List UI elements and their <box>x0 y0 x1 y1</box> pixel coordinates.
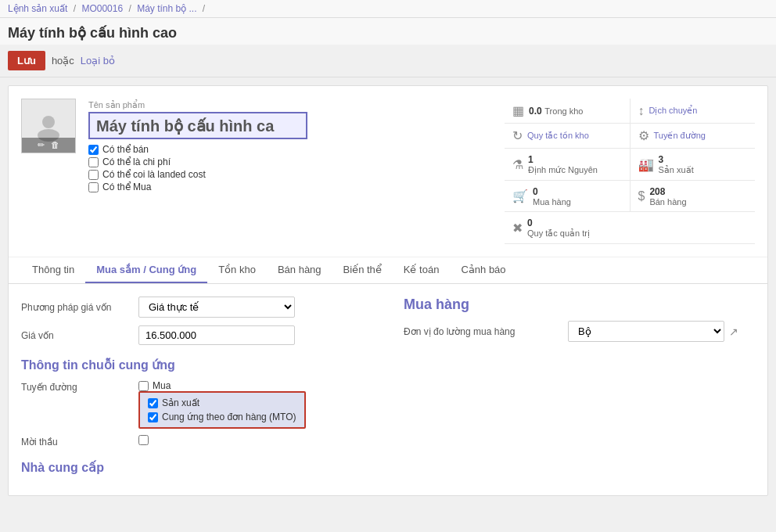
checkbox-mua-label: Mua <box>153 380 171 391</box>
breadcrumb-link-1[interactable]: Lệnh sản xuất <box>8 3 67 14</box>
image-overlay: ✏ 🗑 <box>22 138 75 153</box>
moi-thau-label: Mời thầu <box>21 435 131 448</box>
tuyen-duong-label: Tuyến đường <box>21 380 131 393</box>
tab-ton-kho[interactable]: Tồn kho <box>207 257 267 283</box>
nha-cung-cap-title: Nhà cung cấp <box>21 460 372 475</box>
stat-quy-tac-quan-tri[interactable]: ✖ 0 Quy tắc quản trị <box>505 212 755 243</box>
gia-von-so-row: Giá vốn <box>21 325 372 345</box>
action-bar: Lưu hoặc Loại bỏ <box>0 45 776 77</box>
checkbox-cung-ung-mto-input[interactable] <box>148 412 158 422</box>
moi-thau-input[interactable] <box>138 435 149 445</box>
external-link-icon[interactable]: ↗ <box>729 325 738 338</box>
checkbox-co-the-ban-label: Có thể bán <box>102 144 149 155</box>
ban-hang-label: Bán hàng <box>649 197 686 207</box>
checkbox-co-the-mua[interactable]: Có thể Mua <box>88 182 492 192</box>
save-button[interactable]: Lưu <box>8 51 45 70</box>
tuyen-duong-row: Tuyến đường Mua Sản xuất <box>21 380 372 429</box>
main-content: ✏ 🗑 Tên sản phẩm Có thể bán Có thể là ch… <box>8 85 768 496</box>
tabs: Thông tin Mua sắm / Cung ứng Tồn kho Bán… <box>9 257 767 284</box>
tab-content: Phương pháp giá vốn Giá thực tế Chi phí … <box>9 284 767 495</box>
stat-dinh-muc[interactable]: ⚗ 1 Định mức Nguyên <box>505 149 630 180</box>
checkbox-cung-ung-mto-label: Cung ứng theo đơn hàng (MTO) <box>162 412 296 422</box>
checkbox-co-the-chi-phi[interactable]: Có thể là chi phí <box>88 156 492 167</box>
trong-kho-label: Trong kho <box>544 106 583 116</box>
form-section: Phương pháp giá vốn Giá thực tế Chi phí … <box>21 297 755 483</box>
checkbox-landed-cost-input[interactable] <box>88 170 99 180</box>
product-image-placeholder <box>33 110 64 142</box>
stats-panel: ▦ 0.0 Trong kho ↕ Dịch chuyển ↻ Quy tắc … <box>505 99 755 244</box>
tuyen-duong-checkboxes: Mua Sản xuất Cung ứng theo đơn hàng (MTO… <box>138 380 306 429</box>
checkbox-co-the-ban-input[interactable] <box>88 145 99 155</box>
mua-hang-stat-label: Mua hàng <box>533 197 571 207</box>
svg-point-0 <box>42 116 55 128</box>
san-xuat-label: Sản xuất <box>659 165 694 175</box>
stats-row-3: ⚗ 1 Định mức Nguyên 🏭 3 Sản xuất <box>505 149 755 181</box>
checkbox-co-the-mua-label: Có thể Mua <box>102 182 151 192</box>
stats-row-4: 🛒 0 Mua hàng $ 208 Bán hàng <box>505 181 755 212</box>
gia-von-select[interactable]: Giá thực tế Chi phí trung bình FIFO <box>138 297 295 318</box>
stat-mua-hang[interactable]: 🛒 0 Mua hàng <box>505 181 630 211</box>
ban-hang-value: 208 <box>649 186 665 197</box>
product-name-input[interactable] <box>88 112 307 139</box>
checkbox-mua[interactable]: Mua <box>138 380 306 391</box>
stats-row-5: ✖ 0 Quy tắc quản trị <box>505 212 755 244</box>
stats-row-2: ↻ Quy tắc tồn kho ⚙ Tuyến đường <box>505 124 755 149</box>
checkbox-landed-cost-label: Có thể coi là landed cost <box>102 169 206 180</box>
highlighted-checkboxes: Sản xuất Cung ứng theo đơn hàng (MTO) <box>138 391 306 429</box>
quy-tac-ton-kho-label[interactable]: Quy tắc tồn kho <box>527 131 589 141</box>
gia-von-so-input[interactable] <box>138 325 295 345</box>
breadcrumb-link-3[interactable]: Máy tính bộ ... <box>137 3 196 14</box>
dinh-muc-value: 1 <box>528 154 534 165</box>
product-image: ✏ 🗑 <box>21 99 76 153</box>
stat-ban-hang[interactable]: $ 208 Bán hàng <box>630 181 756 211</box>
tab-bien-the[interactable]: Biến thể <box>332 257 393 283</box>
checkbox-co-the-chi-phi-input[interactable] <box>88 157 99 167</box>
dinh-muc-icon: ⚗ <box>512 157 523 172</box>
delete-image-icon[interactable]: 🗑 <box>51 140 59 150</box>
checkbox-cung-ung-mto[interactable]: Cung ứng theo đơn hàng (MTO) <box>148 412 296 422</box>
don-vi-label: Đơn vị đo lường mua hàng <box>404 326 560 337</box>
gia-von-row: Phương pháp giá vốn Giá thực tế Chi phí … <box>21 297 372 318</box>
stat-trong-kho[interactable]: ▦ 0.0 Trong kho <box>505 99 630 123</box>
checkbox-co-the-chi-phi-label: Có thể là chi phí <box>102 156 171 167</box>
quy-tac-quan-tri-value: 0 <box>527 217 533 228</box>
don-vi-select-wrap: Bộ Cái Chiếc ↗ <box>568 321 738 342</box>
tab-ban-hang[interactable]: Bán hàng <box>267 257 332 283</box>
checkbox-landed-cost[interactable]: Có thể coi là landed cost <box>88 169 492 180</box>
dich-chuyen-label[interactable]: Dịch chuyển <box>649 106 698 116</box>
discard-button[interactable]: Loại bỏ <box>81 55 115 66</box>
quy-tac-quan-tri-label: Quy tắc quản trị <box>527 228 590 239</box>
stat-tuyen-duong[interactable]: ⚙ Tuyến đường <box>630 124 756 148</box>
don-vi-select[interactable]: Bộ Cái Chiếc <box>568 321 724 342</box>
breadcrumb-link-2[interactable]: MO00016 <box>81 3 123 14</box>
tuyen-duong-icon: ⚙ <box>638 128 649 143</box>
checkbox-mua-input[interactable] <box>138 381 149 391</box>
stat-quy-tac-ton-kho[interactable]: ↻ Quy tắc tồn kho <box>505 124 630 148</box>
trong-kho-icon: ▦ <box>512 103 524 118</box>
moi-thau-row: Mời thầu <box>21 435 372 448</box>
stat-san-xuat[interactable]: 🏭 3 Sản xuất <box>630 149 756 180</box>
breadcrumb-sep-1: / <box>74 3 76 14</box>
edit-image-icon[interactable]: ✏ <box>38 140 45 150</box>
breadcrumb: Lệnh sản xuất / MO00016 / Máy tính bộ ..… <box>8 3 768 14</box>
product-checkboxes: Có thể bán Có thể là chi phí Có thể coi … <box>88 144 492 192</box>
checkbox-san-xuat-input[interactable] <box>148 398 158 408</box>
san-xuat-icon: 🏭 <box>638 157 654 172</box>
tab-mua-sam[interactable]: Mua sắm / Cung ứng <box>85 257 207 283</box>
tab-thong-tin[interactable]: Thông tin <box>21 257 85 283</box>
mua-hang-stat-value: 0 <box>533 186 538 197</box>
product-info: Tên sản phẩm Có thể bán Có thể là chi ph… <box>88 99 492 244</box>
form-right: Mua hàng Đơn vị đo lường mua hàng Bộ Cái… <box>404 297 755 483</box>
supply-section: Tuyến đường Mua Sản xuất <box>21 380 372 448</box>
checkbox-co-the-ban[interactable]: Có thể bán <box>88 144 492 155</box>
product-header: ✏ 🗑 Tên sản phẩm Có thể bán Có thể là ch… <box>9 86 767 257</box>
tab-canh-bao[interactable]: Cảnh báo <box>450 257 516 283</box>
gia-von-so-label: Giá vốn <box>21 330 131 341</box>
tuyen-duong-label[interactable]: Tuyến đường <box>654 131 706 141</box>
supply-chain-title: Thông tin chuỗi cung ứng <box>21 358 372 372</box>
stat-dich-chuyen[interactable]: ↕ Dịch chuyển <box>630 99 756 123</box>
don-vi-row: Đơn vị đo lường mua hàng Bộ Cái Chiếc ↗ <box>404 321 755 342</box>
checkbox-san-xuat[interactable]: Sản xuất <box>148 397 296 408</box>
tab-ke-toan[interactable]: Kế toán <box>393 257 451 283</box>
checkbox-co-the-mua-input[interactable] <box>88 182 99 192</box>
